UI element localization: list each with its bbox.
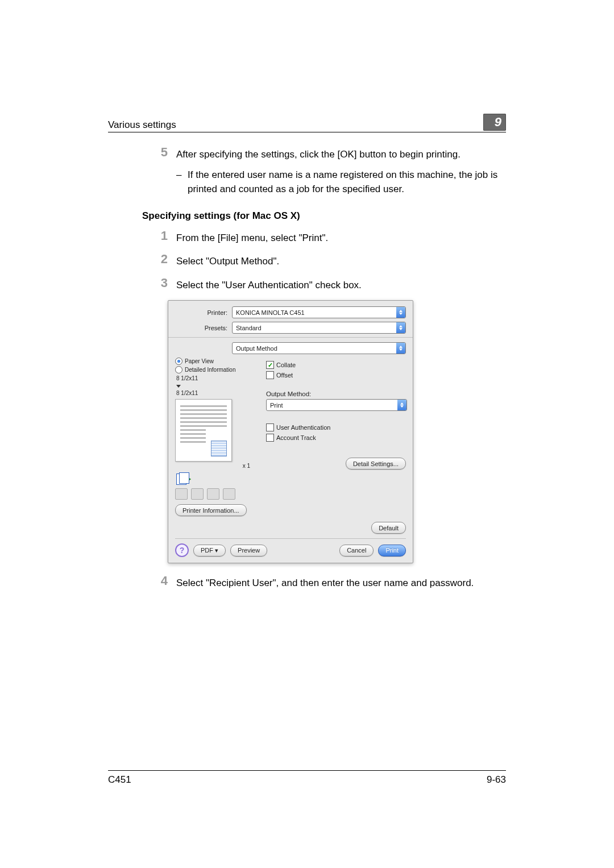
presets-select-value: Standard [233,325,396,331]
dropdown-arrows-icon [396,307,405,318]
output-method-label: Output Method: [266,391,406,397]
option-icon [223,488,235,500]
user-authentication-checkbox[interactable] [266,423,274,431]
help-icon[interactable]: ? [175,543,189,557]
triangle-down-icon [176,385,181,388]
paper-view-radio[interactable] [175,358,182,365]
paper-preview-icon [175,399,232,462]
preview-button[interactable]: Preview [230,545,267,556]
option-icon [175,488,188,500]
account-track-label: Account Track [276,434,316,441]
footer-model: C451 [108,774,487,786]
user-authentication-label: User Authentication [276,424,330,431]
paper-size-2: 8 1/2x11 [176,390,198,396]
copies-indicator: x 1 [175,463,260,469]
offset-checkbox[interactable] [266,371,274,379]
divider [168,337,413,338]
bullet-dash: – [176,168,188,197]
page-header-title: Various settings [108,119,483,131]
default-button[interactable]: Default [371,522,406,534]
account-track-checkbox[interactable] [266,434,274,442]
detailed-info-radio[interactable] [175,366,182,373]
offset-label: Offset [276,372,293,379]
output-method-value: Print [267,402,397,409]
pdf-button[interactable]: PDF ▾ [193,545,226,556]
step-number: 1 [142,230,176,246]
cancel-button[interactable]: Cancel [339,545,374,556]
section-number-badge: 9 [483,114,506,131]
printer-select[interactable]: KONICA MINOLTA C451 [232,306,406,318]
footer-page-number: 9-63 [487,774,506,786]
collate-label: Collate [276,362,296,368]
presets-select[interactable]: Standard [232,322,406,334]
print-button[interactable]: Print [378,545,406,556]
step-text: Select "Output Method". [176,253,506,269]
pages-arrow-icon [175,472,190,485]
step-number: 3 [142,277,176,293]
paper-size-1: 8 1/2x11 [176,375,198,381]
printer-information-button[interactable]: Printer Information... [175,504,247,516]
step-text: Select the "User Authentication" check b… [176,277,506,293]
printer-select-value: KONICA MINOLTA C451 [233,309,396,316]
step-number: 5 [142,146,176,197]
dropdown-arrows-icon [397,400,406,410]
output-method-select[interactable]: Print [266,399,407,411]
step-text: Select "Recipient User", and then enter … [176,575,506,591]
subheading: Specifying settings (for Mac OS X) [142,210,506,222]
detail-settings-button[interactable]: Detail Settings... [346,458,406,470]
step-number: 4 [142,575,176,591]
detailed-info-label: Detailed Information [185,367,236,373]
sub-step-text: If the entered user name is a name regis… [188,168,506,197]
paper-view-label: Paper View [185,358,214,364]
option-icon [191,488,204,500]
dropdown-arrows-icon [396,322,405,333]
step-text: After specifying the settings, click the… [176,149,460,160]
presets-label: Presets: [175,325,232,331]
option-icon [207,488,219,500]
dropdown-arrows-icon [396,343,405,354]
panel-select[interactable]: Output Method [232,342,406,354]
collate-checkbox[interactable]: ✓ [266,361,274,369]
printer-label: Printer: [175,309,232,316]
step-number: 2 [142,253,176,269]
print-dialog-screenshot: Printer: KONICA MINOLTA C451 Presets: St… [168,300,413,563]
panel-select-value: Output Method [233,345,396,352]
step-text: From the [File] menu, select "Print". [176,230,506,246]
